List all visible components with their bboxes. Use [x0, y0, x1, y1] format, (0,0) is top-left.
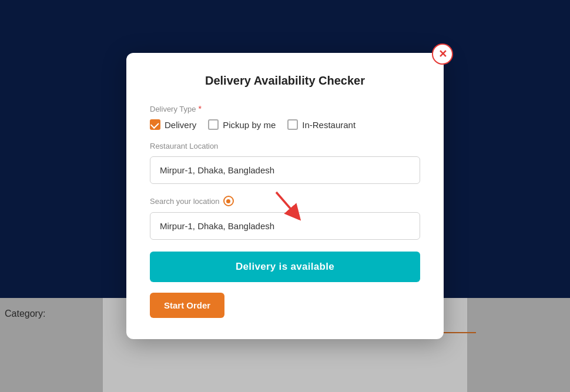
restaurant-location-group: Restaurant Location — [150, 142, 420, 184]
delivery-type-label: Delivery Type * — [150, 104, 420, 113]
search-location-label: Search your location — [150, 197, 220, 206]
close-button[interactable]: ✕ — [432, 43, 453, 65]
option-pickup[interactable]: Pickup by me — [208, 119, 276, 130]
option-delivery[interactable]: Delivery — [150, 119, 196, 130]
inrestaurant-checkbox[interactable] — [287, 119, 298, 130]
pickup-label: Pickup by me — [223, 120, 276, 130]
modal: ✕ Delivery Availability Checker Delivery… — [126, 53, 444, 339]
restaurant-location-input[interactable] — [150, 156, 420, 184]
location-target-icon — [223, 196, 234, 206]
modal-overlay: ✕ Delivery Availability Checker Delivery… — [0, 0, 570, 392]
start-order-button[interactable]: Start Order — [150, 293, 224, 318]
delivery-available-button[interactable]: Delivery is available — [150, 252, 420, 282]
required-star: * — [199, 104, 202, 113]
red-arrow — [273, 186, 309, 224]
modal-title: Delivery Availability Checker — [150, 74, 420, 88]
arrow-container — [150, 212, 420, 240]
inrestaurant-label: In-Restaurant — [302, 120, 356, 130]
delivery-label: Delivery — [165, 120, 196, 130]
svg-line-0 — [276, 192, 296, 215]
delivery-type-options: Delivery Pickup by me In-Restaurant — [150, 119, 420, 130]
option-inrestaurant[interactable]: In-Restaurant — [287, 119, 356, 130]
restaurant-location-label: Restaurant Location — [150, 142, 420, 150]
delivery-checkbox[interactable] — [150, 119, 160, 130]
search-location-group: Search your location — [150, 196, 420, 240]
pickup-checkbox[interactable] — [208, 119, 219, 130]
delivery-type-group: Delivery Type * Delivery Pickup by me In… — [150, 104, 420, 130]
